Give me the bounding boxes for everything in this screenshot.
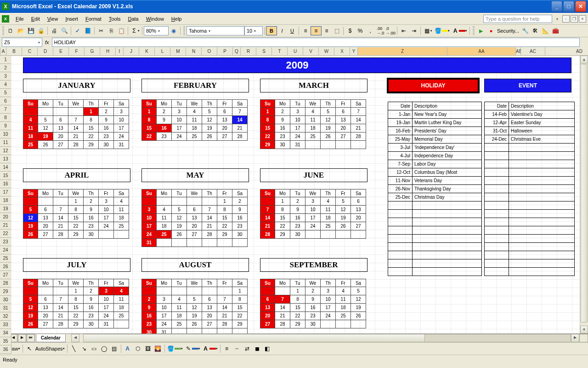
calendar-day[interactable]: 27 bbox=[38, 230, 53, 239]
formula-bar[interactable]: HOLIDAY bbox=[52, 38, 580, 47]
calendar-day[interactable]: 13 bbox=[260, 304, 275, 312]
calendar-day[interactable]: 10 bbox=[141, 214, 157, 222]
date-cell[interactable] bbox=[388, 243, 413, 251]
calendar-day[interactable]: 1 bbox=[232, 287, 248, 295]
date-cell[interactable]: 12-Apr bbox=[485, 119, 509, 127]
calendar-day[interactable]: 6 bbox=[351, 197, 366, 206]
calendar-day[interactable]: 11 bbox=[157, 214, 172, 222]
calendar-day[interactable]: 13 bbox=[217, 116, 232, 124]
calendar-day[interactable] bbox=[202, 287, 217, 295]
calendar-day[interactable]: 12 bbox=[321, 116, 336, 124]
row-header[interactable]: 24 bbox=[0, 246, 11, 254]
calendar-day[interactable]: 27 bbox=[217, 132, 232, 141]
font-color-button[interactable]: A▾ bbox=[451, 26, 468, 35]
calendar-day[interactable]: 1 bbox=[141, 108, 157, 116]
date-cell[interactable]: 16-Feb bbox=[388, 127, 413, 135]
calendar-day[interactable]: 20 bbox=[38, 222, 53, 230]
calendar-day[interactable]: 9 bbox=[157, 116, 172, 124]
calendar-day[interactable]: 11 bbox=[114, 295, 129, 304]
currency-button[interactable]: $ bbox=[345, 26, 355, 35]
calendar-day[interactable]: 2 bbox=[99, 108, 114, 116]
calendar-day[interactable]: 2 bbox=[141, 295, 157, 304]
calendar-day[interactable]: 11 bbox=[305, 116, 321, 124]
calendar-day[interactable]: 27 bbox=[351, 222, 366, 230]
calendar-day[interactable]: 4 bbox=[23, 116, 38, 124]
calendar-day[interactable] bbox=[187, 287, 202, 295]
row-header[interactable]: 29 bbox=[0, 288, 11, 296]
calendar-day[interactable]: 24 bbox=[290, 132, 305, 141]
calendar-day[interactable]: 20 bbox=[260, 312, 275, 320]
vb-editor-button[interactable]: 🔧 bbox=[520, 26, 530, 35]
row-header[interactable]: 2 bbox=[0, 64, 11, 72]
calendar-day[interactable]: 24 bbox=[141, 230, 157, 239]
window-minimize-button[interactable]: _ bbox=[551, 1, 562, 12]
line-style-button[interactable]: ≡ bbox=[222, 344, 232, 353]
date-cell[interactable] bbox=[485, 210, 509, 218]
calendar-day[interactable]: 23 bbox=[84, 312, 99, 320]
calendar-day[interactable]: 11 bbox=[114, 206, 129, 214]
calendar-day[interactable]: 5 bbox=[38, 116, 53, 124]
calendar-day[interactable]: 4 bbox=[114, 197, 129, 206]
calendar-day[interactable]: 19 bbox=[23, 222, 38, 230]
column-header[interactable]: R bbox=[241, 47, 256, 56]
column-header[interactable]: AD bbox=[545, 47, 588, 56]
date-cell[interactable] bbox=[485, 152, 509, 160]
calendar-day[interactable]: 21 bbox=[351, 124, 366, 132]
calendar-day[interactable] bbox=[38, 197, 53, 206]
calendar-day[interactable]: 6 bbox=[217, 108, 232, 116]
calendar-day[interactable]: 21 bbox=[275, 312, 290, 320]
column-header[interactable]: A bbox=[0, 47, 6, 56]
calendar-day[interactable]: 27 bbox=[38, 320, 53, 328]
column-header[interactable]: Y bbox=[350, 47, 358, 56]
calendar-day[interactable]: 24 bbox=[114, 132, 129, 141]
calendar-day[interactable]: 12 bbox=[23, 214, 38, 222]
calendar-day[interactable]: 31 bbox=[141, 239, 157, 247]
calendar-day[interactable]: 8 bbox=[232, 295, 248, 304]
calendar-day[interactable]: 14 bbox=[68, 124, 84, 132]
calendar-day[interactable]: 15 bbox=[68, 214, 84, 222]
column-header[interactable]: G bbox=[85, 47, 100, 56]
wordart-button[interactable]: A bbox=[123, 344, 133, 353]
calendar-day[interactable]: 2 bbox=[232, 197, 248, 206]
date-cell[interactable] bbox=[388, 251, 413, 259]
desc-cell[interactable] bbox=[509, 243, 575, 251]
design-mode-button[interactable]: 📐 bbox=[540, 26, 550, 35]
control-toolbox-button[interactable]: 🛠 bbox=[530, 26, 540, 35]
desc-cell[interactable]: Halloween bbox=[509, 127, 575, 135]
desc-cell[interactable] bbox=[413, 218, 482, 226]
calendar-day[interactable]: 20 bbox=[38, 312, 53, 320]
help-dropdown-icon[interactable]: ▾ bbox=[552, 14, 562, 23]
row-header[interactable]: 25 bbox=[0, 254, 11, 263]
desc-cell[interactable] bbox=[413, 243, 482, 251]
calendar-day[interactable]: 26 bbox=[202, 132, 217, 141]
calendar-day[interactable]: 27 bbox=[53, 141, 68, 149]
calendar-day[interactable]: 17 bbox=[99, 304, 114, 312]
row-header[interactable]: 15 bbox=[0, 172, 11, 180]
calendar-day[interactable] bbox=[336, 230, 351, 239]
autosum-button[interactable]: Σ▾ bbox=[130, 26, 141, 35]
calendar-day[interactable] bbox=[232, 239, 248, 247]
shadow-button[interactable]: ◼ bbox=[252, 344, 262, 353]
calendar-day[interactable] bbox=[336, 141, 351, 149]
date-cell[interactable]: 31-Oct bbox=[485, 127, 509, 135]
calendar-day[interactable] bbox=[38, 287, 53, 295]
calendar-day[interactable]: 2 bbox=[84, 197, 99, 206]
desc-cell[interactable] bbox=[509, 144, 575, 152]
desc-cell[interactable]: Columbus Day (Most bbox=[413, 168, 482, 177]
calendar-day[interactable]: 22 bbox=[260, 132, 275, 141]
calendar-day[interactable]: 18 bbox=[114, 304, 129, 312]
hscroll-right-arrow[interactable]: ▶ bbox=[571, 334, 579, 342]
calendar-day[interactable] bbox=[217, 239, 232, 247]
desc-cell[interactable]: Valentine's Day bbox=[509, 110, 575, 119]
calendar-day[interactable]: 25 bbox=[305, 132, 321, 141]
row-header[interactable]: 27 bbox=[0, 271, 11, 279]
calendar-day[interactable]: 10 bbox=[305, 206, 321, 214]
row-header[interactable]: 17 bbox=[0, 188, 11, 196]
increase-indent-button[interactable]: ⇥ bbox=[409, 26, 419, 35]
doc-close-button[interactable]: × bbox=[579, 15, 586, 23]
calendar-day[interactable]: 29 bbox=[232, 320, 248, 328]
calendar-day[interactable]: 7 bbox=[53, 295, 68, 304]
calendar-day[interactable]: 5 bbox=[202, 108, 217, 116]
calendar-day[interactable]: 23 bbox=[99, 132, 114, 141]
desc-cell[interactable] bbox=[509, 160, 575, 168]
